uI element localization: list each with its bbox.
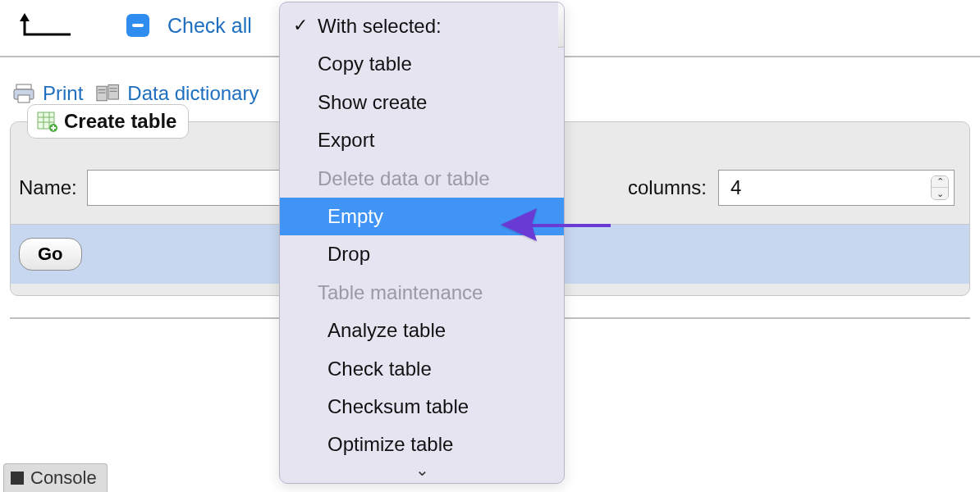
spinner-up-icon[interactable]: ⌃: [932, 176, 948, 188]
dropdown-group-maintenance: Table maintenance: [280, 274, 564, 312]
svg-rect-0: [16, 84, 31, 89]
spinner-down-icon[interactable]: ⌄: [932, 188, 948, 199]
up-left-arrow-icon: [18, 11, 72, 39]
check-all-link[interactable]: Check all: [167, 14, 252, 38]
svg-rect-4: [108, 84, 118, 99]
indeterminate-icon: [132, 24, 144, 27]
dropdown-item-copy-table[interactable]: Copy table: [280, 45, 564, 83]
columns-input[interactable]: 4 ⌃ ⌄: [718, 170, 955, 206]
number-spinner[interactable]: ⌃ ⌄: [931, 175, 949, 200]
dropdown-item-empty[interactable]: Empty: [280, 198, 564, 235]
dropdown-item-optimize[interactable]: Optimize table: [280, 426, 564, 458]
dropdown-group-delete: Delete data or table: [280, 160, 564, 198]
data-dictionary-icon: [96, 83, 121, 104]
dropdown-item-drop[interactable]: Drop: [280, 235, 564, 273]
with-selected-dropdown[interactable]: With selected: Copy table Show create Ex…: [279, 2, 565, 484]
printer-icon: [11, 83, 36, 104]
dropdown-item-analyze[interactable]: Analyze table: [280, 312, 564, 349]
check-all-checkbox[interactable]: [126, 14, 149, 37]
svg-rect-2: [18, 95, 30, 102]
dropdown-item-show-create[interactable]: Show create: [280, 84, 564, 121]
columns-value: 4: [730, 176, 741, 199]
create-table-legend: Create table: [27, 104, 189, 139]
go-button[interactable]: Go: [19, 238, 82, 271]
new-table-icon: [36, 111, 57, 132]
dropdown-item-check[interactable]: Check table: [280, 350, 564, 388]
print-link[interactable]: Print: [43, 82, 83, 105]
name-label: Name:: [19, 176, 77, 199]
console-label: Console: [30, 467, 97, 489]
console-toggle-button[interactable]: Console: [3, 463, 108, 492]
dropdown-item-checksum[interactable]: Checksum table: [280, 388, 564, 426]
data-dictionary-link[interactable]: Data dictionary: [127, 82, 259, 105]
console-icon: [11, 472, 24, 485]
dropdown-item-export[interactable]: Export: [280, 121, 564, 159]
svg-rect-3: [97, 86, 107, 101]
dropdown-scroll-down-icon[interactable]: ⌄: [280, 458, 564, 483]
columns-field: columns: 4 ⌃ ⌄: [628, 170, 955, 206]
dropdown-selected-header[interactable]: With selected:: [280, 7, 564, 45]
create-table-legend-text: Create table: [64, 110, 176, 133]
columns-label: columns:: [628, 176, 707, 199]
